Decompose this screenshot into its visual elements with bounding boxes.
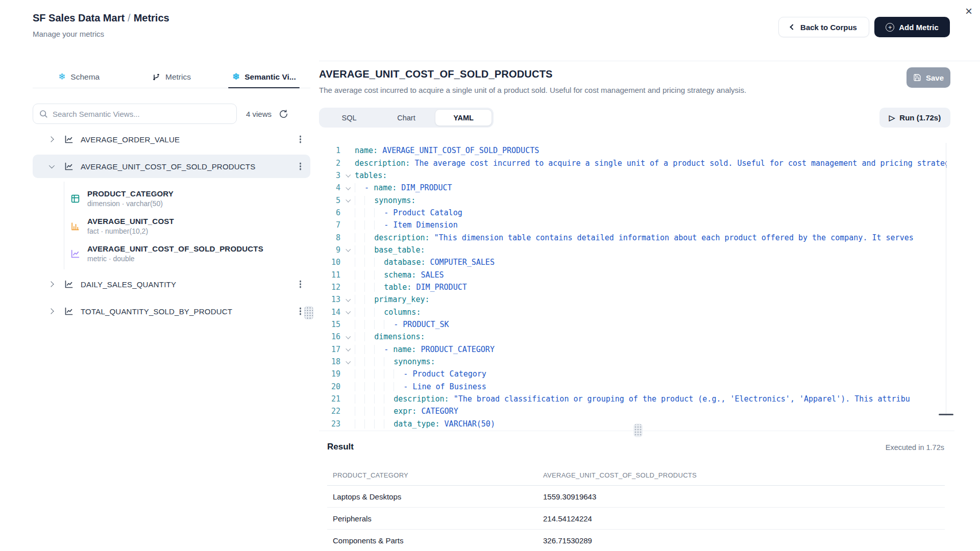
line-number: 1 (319, 146, 340, 155)
code-line[interactable]: 6 - Product Catalog (319, 207, 947, 219)
tab-yaml[interactable]: YAML (435, 109, 492, 126)
line-chart-icon (64, 135, 74, 144)
result-resize-handle[interactable] (634, 424, 643, 437)
line-chart-icon (70, 249, 80, 259)
table-row: Laptops & Desktops1559.30919643 (327, 486, 945, 508)
fold-chevron-icon[interactable] (346, 334, 351, 339)
tree-row-daily-sales-quantity[interactable]: DAILY_SALES_QUANTITY (33, 272, 310, 296)
code-text: - Product Catalog (355, 208, 947, 217)
tab-chart[interactable]: Chart (378, 109, 435, 126)
tree-row-label: TOTAL_QUANTITY_SOLD_BY_PRODUCT (81, 307, 298, 316)
code-line[interactable]: 7 - Item Dimension (319, 219, 947, 231)
code-line[interactable]: 9 base_table: (319, 244, 947, 256)
code-line[interactable]: 15 - PRODUCT_SK (319, 318, 947, 331)
line-number: 14 (319, 308, 340, 317)
fold-gutter (340, 198, 355, 202)
semantic-views-tree: AVERAGE_ORDER_VALUE AVERAGE_UNIT_COST_OF… (33, 128, 310, 327)
code-line[interactable]: 11 schema: SALES (319, 268, 947, 281)
code-line[interactable]: 19 - Product Category (319, 368, 947, 380)
branch-icon (152, 73, 160, 81)
line-number: 3 (319, 171, 340, 180)
code-line[interactable]: 2description: The average cost incurred … (319, 157, 947, 169)
code-text: synonyms: (355, 357, 947, 366)
fold-chevron-icon[interactable] (346, 185, 351, 190)
back-to-corpus-button[interactable]: Back to Corpus (778, 17, 869, 37)
code-text: - Item Dimension (355, 220, 947, 230)
chevron-right-icon[interactable] (48, 308, 54, 314)
search-row: 4 views (33, 104, 310, 124)
code-line[interactable]: 12 table: DIM_PRODUCT (319, 281, 947, 293)
tree-child-average-unit-cost[interactable]: AVERAGE_UNIT_COST fact · number(10,2) (70, 212, 310, 240)
breadcrumb-separator: / (128, 12, 131, 23)
chevron-right-icon[interactable] (48, 136, 54, 142)
fold-chevron-icon[interactable] (346, 346, 351, 352)
panel-resize-handle[interactable] (304, 306, 313, 319)
code-text: description: The average cost incurred t… (355, 159, 947, 168)
line-number: 5 (319, 196, 340, 205)
tab-sql[interactable]: SQL (321, 109, 378, 126)
tree-child-product-category[interactable]: PRODUCT_CATEGORY dimension · varchar(50) (70, 185, 310, 212)
code-line[interactable]: 13 primary_key: (319, 293, 947, 306)
close-icon[interactable]: × (965, 4, 972, 18)
tree-row-average-order-value[interactable]: AVERAGE_ORDER_VALUE (33, 128, 310, 151)
tab-metrics[interactable]: Metrics (125, 66, 217, 88)
code-line[interactable]: 22 expr: CATEGORY (319, 405, 947, 417)
fold-chevron-icon[interactable] (346, 172, 351, 178)
fold-chevron-icon[interactable] (346, 309, 351, 314)
code-text: dimensions: (355, 332, 947, 341)
chevron-right-icon[interactable] (48, 281, 54, 287)
code-line[interactable]: 18 synonyms: (319, 356, 947, 368)
table-row: Peripherals214.54124224 (327, 508, 945, 530)
fold-chevron-icon[interactable] (346, 297, 351, 302)
code-line[interactable]: 3tables: (319, 169, 947, 182)
tree-children: PRODUCT_CATEGORY dimension · varchar(50)… (64, 182, 310, 269)
code-line[interactable]: 20 - Line of Business (319, 381, 947, 393)
line-number: 12 (319, 283, 340, 292)
views-count: 4 views (246, 110, 272, 118)
kebab-menu-icon[interactable] (300, 165, 302, 167)
code-line[interactable]: 17 - name: PRODUCT_CATEGORY (319, 343, 947, 356)
search-box[interactable] (33, 104, 237, 124)
editor-vertical-scrollbar[interactable] (946, 143, 946, 416)
breadcrumb-root[interactable]: SF Sales Data Mart (33, 12, 125, 23)
tree-row-average-unit-cost-of-sold-products[interactable]: AVERAGE_UNIT_COST_OF_SOLD_PRODUCTS (33, 155, 310, 178)
code-line[interactable]: 4 - name: DIM_PRODUCT (319, 182, 947, 194)
fold-chevron-icon[interactable] (346, 247, 351, 252)
code-line[interactable]: 16 dimensions: (319, 331, 947, 343)
tab-semantic-views[interactable]: ❄ Semantic Vi... (218, 66, 310, 88)
line-number: 10 (319, 258, 340, 267)
add-metric-button[interactable]: + Add Metric (874, 17, 950, 37)
kebab-menu-icon[interactable] (300, 138, 302, 140)
chevron-down-icon[interactable] (49, 163, 55, 168)
search-icon (39, 110, 48, 118)
code-line[interactable]: 8 description: "This dimension table con… (319, 231, 947, 243)
editor-horizontal-scrollbar-thumb[interactable] (939, 414, 953, 415)
line-chart-icon (64, 162, 74, 171)
code-text: - PRODUCT_SK (355, 320, 947, 329)
yaml-editor[interactable]: 1name: AVERAGE_UNIT_COST_OF_SOLD_PRODUCT… (319, 138, 947, 432)
code-line[interactable]: 23 data_type: VARCHAR(50) (319, 418, 947, 430)
code-line[interactable]: 14 columns: (319, 306, 947, 318)
line-number: 23 (319, 419, 340, 429)
kebab-menu-icon[interactable] (300, 283, 302, 285)
code-line[interactable]: 1name: AVERAGE_UNIT_COST_OF_SOLD_PRODUCT… (319, 144, 947, 157)
tree-child-average-unit-cost-of-sold-products[interactable]: AVERAGE_UNIT_COST_OF_SOLD_PRODUCTS metri… (70, 240, 310, 267)
run-button[interactable]: ▷ Run (1.72s) (879, 108, 950, 128)
fold-chevron-icon[interactable] (346, 359, 351, 364)
save-button[interactable]: Save (906, 67, 950, 88)
refresh-icon[interactable] (279, 109, 288, 119)
table-cell: 214.54124224 (537, 514, 945, 523)
search-input[interactable] (53, 110, 230, 118)
code-text: - name: DIM_PRODUCT (355, 183, 947, 192)
kebab-menu-icon[interactable] (300, 310, 302, 312)
execution-time: Executed in 1.72s (319, 443, 944, 452)
code-line[interactable]: 5 synonyms: (319, 194, 947, 206)
plus-circle-icon: + (886, 23, 894, 32)
tree-row-total-quantity-sold-by-product[interactable]: TOTAL_QUANTITY_SOLD_BY_PRODUCT (33, 299, 310, 323)
tab-schema[interactable]: ❄ Schema (33, 66, 125, 88)
code-line[interactable]: 10 database: COMPUTER_SALES (319, 256, 947, 268)
code-line[interactable]: 21 description: "The broad classificatio… (319, 393, 947, 405)
line-chart-icon (64, 307, 74, 316)
table-cell: Peripherals (327, 514, 537, 523)
fold-chevron-icon[interactable] (346, 197, 351, 203)
